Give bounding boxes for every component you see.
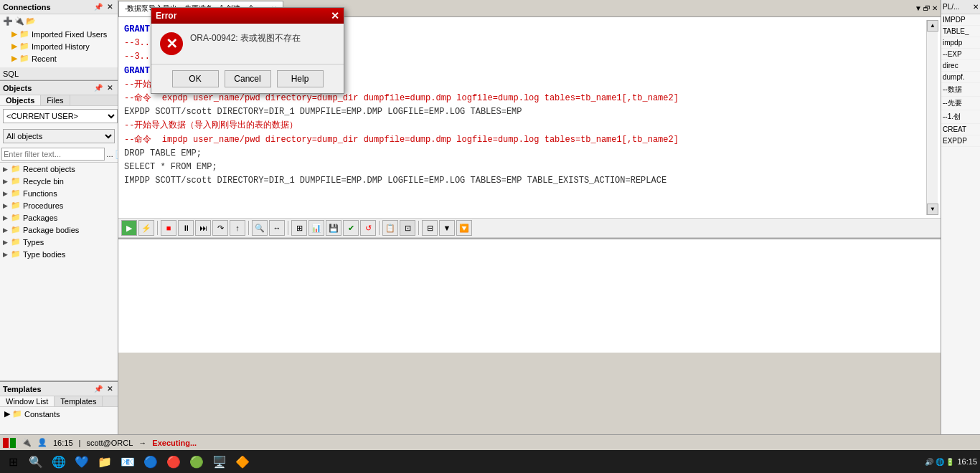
dialog-overlay: Error ✕ ✕ ORA-00942: 表或视图不存在 OK Cancel H…	[0, 0, 980, 473]
dialog-titlebar: Error ✕	[151, 8, 344, 24]
dialog-close-btn[interactable]: ✕	[331, 10, 339, 22]
dialog-body: ✕ ORA-00942: 表或视图不存在	[151, 24, 344, 64]
error-dialog: Error ✕ ✕ ORA-00942: 表或视图不存在 OK Cancel H…	[151, 7, 344, 94]
dialog-buttons: OK Cancel Help	[151, 64, 344, 93]
help-button[interactable]: Help	[277, 70, 324, 87]
ok-button[interactable]: OK	[172, 70, 219, 87]
dialog-title: Error	[156, 11, 176, 21]
error-icon: ✕	[160, 32, 183, 55]
cancel-button[interactable]: Cancel	[225, 70, 271, 87]
error-message: ORA-00942: 表或视图不存在	[190, 32, 301, 44]
